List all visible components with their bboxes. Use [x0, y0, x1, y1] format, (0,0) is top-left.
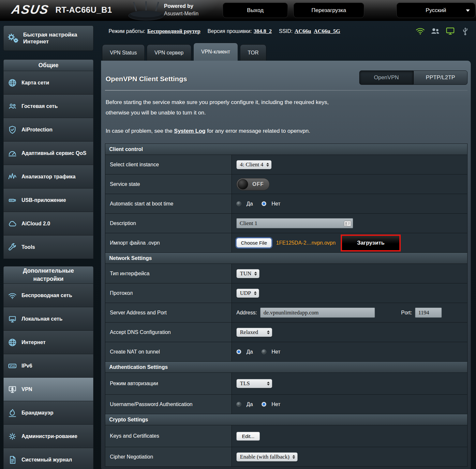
cipher-negotiation-select[interactable]: Enable (with fallback) [236, 452, 298, 461]
sidebar-item-system-log[interactable]: Системный журнал [3, 448, 94, 469]
select-arrows-icon [267, 330, 270, 334]
asus-logo: ASUS [10, 3, 50, 17]
client-instance-select[interactable]: 4: Client 4 [236, 160, 272, 169]
gear-icon [7, 431, 17, 441]
gauge-icon [7, 148, 17, 158]
sidebar-item-aicloud[interactable]: AiCloud 2.0 [3, 212, 94, 235]
usb-status-icon[interactable] [460, 26, 470, 36]
sidebar-item-internet[interactable]: Интернет [3, 331, 94, 354]
sidebar-item-label: VPN [22, 386, 34, 393]
autostart-no-radio[interactable] [261, 201, 266, 206]
monitor-status-icon[interactable] [445, 26, 455, 36]
wrench-icon [7, 242, 17, 252]
logout-button[interactable]: Выход [223, 3, 288, 18]
document-icon [7, 455, 17, 465]
mode-label: Режим работы: [109, 28, 145, 34]
select-value: 4: Client 4 [240, 161, 263, 168]
ssid-24g-link[interactable]: AC66u [294, 28, 311, 35]
autofill-contact-icon[interactable] [344, 221, 351, 226]
edit-keys-button[interactable]: Edit... [236, 432, 260, 441]
userpass-yes-radio[interactable] [236, 402, 241, 407]
sidebar-item-aiprotection[interactable]: AiProtection [3, 118, 94, 142]
server-port-input[interactable]: 1194 [415, 308, 442, 318]
row-cipher-negotiation: Cipher Negotiation Enable (with fallback… [105, 447, 467, 466]
row-label: Service state [105, 174, 232, 194]
row-label: Импорт файла .ovpn [105, 233, 232, 252]
sidebar-item-ipv6[interactable]: IPv6 IPv6 [3, 354, 94, 378]
row-label: Select client instance [105, 155, 232, 174]
select-arrows-icon [266, 163, 269, 167]
vpn-type-toggle: OpenVPN PPTP/L2TP [359, 70, 468, 85]
sidebar-item-administration[interactable]: Администри-рование [3, 425, 94, 448]
upload-button[interactable]: Загрузить [342, 236, 399, 250]
firmware-link[interactable]: 384.8_2 [254, 28, 272, 35]
svg-text:IPv6: IPv6 [10, 365, 15, 368]
description-input[interactable]: Client 1 [236, 218, 353, 228]
sidebar-item-traffic-analyzer[interactable]: Анализатор трафика [3, 165, 94, 189]
intro-text: Before starting the service make sure yo… [106, 97, 468, 118]
ipv6-icon: IPv6 [7, 361, 17, 371]
row-label: Тип интерфейса [105, 264, 232, 283]
accept-dns-select[interactable]: Relaxed [236, 328, 272, 337]
sidebar-item-wireless[interactable]: Беспроводная сеть [3, 284, 94, 307]
protocol-select[interactable]: UDP [236, 289, 259, 298]
sidebar-item-lan[interactable]: Локальная сеть [3, 307, 94, 331]
server-address-input[interactable]: de.vpnunlimitedapp.com [260, 308, 375, 318]
system-log-link[interactable]: System Log [174, 128, 205, 134]
select-value: UDP [240, 290, 251, 296]
nat-no-radio[interactable] [261, 349, 266, 354]
row-import-ovpn: Импорт файла .ovpn Choose File 1FE125DA-… [105, 233, 467, 253]
sidebar-item-vpn[interactable]: VPN [3, 378, 94, 401]
sidebar-item-qos[interactable]: Адаптивный сервис QoS [3, 142, 94, 165]
globe-icon [7, 78, 17, 88]
section-crypto: Crypto Settings [105, 414, 467, 425]
auth-mode-select[interactable]: TLS [236, 379, 272, 388]
sidebar-item-quick-setup[interactable]: Быстрая настройка Интернет [3, 25, 94, 51]
openvpn-tab-button[interactable]: OpenVPN [359, 70, 413, 85]
choose-file-button[interactable]: Choose File [236, 238, 272, 248]
router-admin-page: ASUS RT-AC66U_B1 Powered by Asuswrt-Merl… [0, 0, 476, 469]
sidebar-item-label: AiProtection [22, 127, 54, 133]
row-label: Протокол [105, 283, 232, 303]
userpass-no-radio[interactable] [261, 402, 266, 407]
waveform-icon [7, 172, 17, 182]
select-arrows-icon [254, 291, 257, 295]
interface-type-select[interactable]: TUN [236, 269, 260, 278]
address-label: Address: [236, 310, 257, 316]
tab-vpn-server[interactable]: VPN сервер [147, 44, 191, 61]
ssid-5g-link[interactable]: AC66u_5G [314, 28, 340, 35]
sidebar-item-usb-application[interactable]: USB-приложение [3, 189, 94, 212]
sidebar-item-label: Tools [22, 244, 36, 250]
server-port-value: 1194 [418, 310, 429, 316]
vpn-icon [7, 385, 17, 394]
tab-tor[interactable]: TOR [240, 44, 266, 61]
sidebar-item-label: Локальная сеть [22, 316, 64, 322]
firmware-label: Версия прошивки: [208, 28, 252, 34]
sidebar-item-label: Гостевая сеть [22, 103, 59, 110]
reboot-button[interactable]: Перезагрузка [293, 3, 364, 18]
autostart-yes-radio[interactable] [236, 201, 241, 206]
chevron-down-icon [466, 9, 470, 12]
selected-file-name: 1FE125DA-2…nvpn.ovpn [276, 240, 335, 246]
section-authentication: Authentication Settings [105, 362, 467, 373]
wifi-status-icon[interactable] [415, 26, 425, 36]
mode-link[interactable]: Беспроводной роутер [147, 28, 201, 35]
clients-icon[interactable] [430, 26, 440, 36]
sidebar-item-guest-network[interactable]: Гостевая сеть [3, 95, 94, 118]
tab-vpn-client[interactable]: VPN-клиент [193, 43, 238, 61]
select-value: TLS [240, 380, 250, 387]
main-panel: OpenVPN Client Settings OpenVPN PPTP/L2T… [101, 61, 471, 469]
sidebar-item-tools[interactable]: Tools [3, 235, 94, 259]
tab-vpn-status[interactable]: VPN Status [102, 44, 145, 61]
sidebar-item-network-map[interactable]: Карта сети [3, 71, 94, 95]
select-value: Relaxed [240, 329, 258, 336]
page-title: OpenVPN Client Settings [106, 75, 187, 83]
language-dropdown[interactable]: Русский [396, 3, 475, 18]
sidebar-item-firewall[interactable]: Брандмауэр [3, 401, 94, 425]
pptp-l2tp-tab-button[interactable]: PPTP/L2TP [413, 70, 468, 85]
service-state-toggle[interactable]: OFF [236, 178, 270, 190]
section-network-settings: Network Settings [105, 253, 467, 264]
problem-prefix: In case of problem, see the [106, 128, 172, 134]
nat-yes-radio[interactable] [236, 349, 241, 354]
radio-label-yes: Да [246, 201, 253, 207]
